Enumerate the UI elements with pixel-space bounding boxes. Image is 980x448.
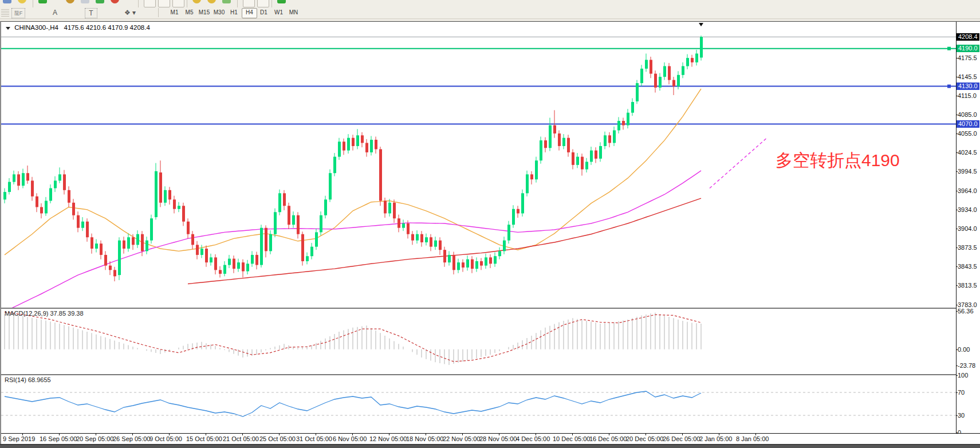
price-tick-label: 4175.5 xyxy=(958,54,977,61)
time-tick-label: 9 Oct 05:00 xyxy=(149,435,182,442)
price-axis[interactable]: 4175.54145.54115.04085.04055.04024.53994… xyxy=(956,22,980,433)
timeframe-button-m30[interactable]: M30 xyxy=(212,8,226,17)
toolbar-icon[interactable] xyxy=(96,0,104,3)
macd-tick-label: 56.36 xyxy=(958,308,974,315)
price-tick-label: 4055.0 xyxy=(958,130,977,137)
time-tick-mark xyxy=(719,434,719,435)
toolbar-icon[interactable] xyxy=(66,0,74,3)
macd-tick-label: -23.78 xyxy=(958,362,975,369)
time-tick-label: 2 Jan 05:00 xyxy=(699,435,733,442)
time-tick-label: 4 Dec 05:00 xyxy=(516,435,550,442)
macd-indicator-label: MACD(12,26,9) 37.85 39.38 xyxy=(5,310,84,317)
toolbar-icon[interactable] xyxy=(192,0,201,3)
price-tick-label: 3843.5 xyxy=(958,263,977,270)
timeframe-button-h1[interactable]: H1 xyxy=(227,8,241,17)
time-tick-mark xyxy=(682,434,683,435)
toolbar-icon[interactable] xyxy=(18,0,26,3)
toolbar-separator xyxy=(158,8,159,17)
time-tick-label: 20 Sep 05:00 xyxy=(76,435,113,442)
time-tick-mark xyxy=(536,434,536,435)
time-tick-label: 22 Nov 05:00 xyxy=(443,435,480,442)
time-axis[interactable]: 9 Sep 201916 Sep 05:0020 Sep 05:0026 Sep… xyxy=(1,433,980,445)
time-tick-mark xyxy=(59,434,60,435)
toolbar-separator xyxy=(187,0,187,7)
time-tick-label: 10 Dec 05:00 xyxy=(553,435,590,442)
time-tick-label: 31 Oct 05:00 xyxy=(296,435,332,442)
arrow-styles-icon[interactable]: ❖ ▾ xyxy=(121,8,139,17)
time-tick-label: 25 Oct 05:00 xyxy=(259,435,296,442)
toolbar-icon[interactable] xyxy=(172,0,184,7)
timeframe-button-m15[interactable]: M15 xyxy=(197,8,211,17)
time-tick-mark xyxy=(499,434,499,435)
tools-and-timeframe-toolbar: ⿓F A T ❖ ▾ M1M5M15M30H1H4D1W1MN xyxy=(0,7,980,19)
time-tick-label: 26 Sep 05:00 xyxy=(113,435,150,442)
toolbar-icon[interactable] xyxy=(81,0,89,3)
toolbar-icon[interactable] xyxy=(243,0,255,7)
timeframe-button-m1[interactable]: M1 xyxy=(167,8,182,17)
time-tick-mark xyxy=(22,434,23,435)
time-tick-mark xyxy=(169,434,170,435)
chart-shift-marker-icon[interactable] xyxy=(699,23,703,26)
price-badge: 4070.0 xyxy=(957,120,979,128)
time-tick-label: 18 Nov 05:00 xyxy=(406,435,443,442)
text-label-icon[interactable]: A xyxy=(49,8,61,17)
toolbar-icon[interactable] xyxy=(144,0,156,7)
timeframe-button-h4[interactable]: H4 xyxy=(242,8,257,18)
price-tick-label: 4024.5 xyxy=(958,149,977,156)
docked-window-edge xyxy=(0,444,980,448)
timeframe-button-mn[interactable]: MN xyxy=(286,8,301,17)
price-tick-label: 3964.0 xyxy=(958,187,977,194)
toolbar-separator xyxy=(138,0,139,7)
toolbar-icon[interactable] xyxy=(277,0,286,3)
time-tick-mark xyxy=(132,434,133,435)
timeframe-button-w1[interactable]: W1 xyxy=(271,8,286,17)
toolbar-drag-handle[interactable] xyxy=(1,9,9,17)
chart-annotation-text: 多空转折点4190 xyxy=(776,149,900,172)
price-tick-label: 4115.0 xyxy=(958,92,977,99)
toolbar-icon[interactable] xyxy=(257,0,269,7)
time-tick-label: 15 Oct 05:00 xyxy=(186,435,222,442)
timeframe-button-d1[interactable]: D1 xyxy=(257,8,271,17)
macd-tick-label: 0.00 xyxy=(958,346,970,353)
macd-indicator-pane[interactable] xyxy=(1,308,956,374)
rsi-indicator-pane[interactable] xyxy=(1,374,956,434)
mt4-application-window: ⿓F A T ❖ ▾ M1M5M15M30H1H4D1W1MN CHINA300… xyxy=(0,0,980,448)
price-tick-label: 4085.0 xyxy=(958,111,977,118)
time-tick-mark xyxy=(242,434,243,435)
time-tick-mark xyxy=(206,434,206,435)
toolbar-icon[interactable] xyxy=(158,0,170,7)
rsi-tick-label: 30 xyxy=(958,412,965,419)
price-badge: 4208.4 xyxy=(957,33,979,41)
toolbar-separator xyxy=(237,0,238,7)
toolbar-icon[interactable] xyxy=(207,0,216,3)
chart-window[interactable]: CHINA300-,H4 4175.6 4210.6 4170.9 4208.4… xyxy=(0,21,980,444)
time-tick-label: 6 Nov 05:00 xyxy=(333,435,367,442)
price-badge: 4190.0 xyxy=(957,45,979,52)
chart-title: CHINA300-,H4 4175.6 4210.6 4170.9 4208.4 xyxy=(6,24,150,31)
text-icon[interactable]: T xyxy=(85,8,97,18)
chart-symbol-label: CHINA300-,H4 xyxy=(14,24,58,31)
toolbar-icon[interactable] xyxy=(3,0,11,3)
time-tick-label: 21 Oct 05:00 xyxy=(223,435,259,442)
time-tick-label: 12 Nov 05:00 xyxy=(369,435,407,442)
price-tick-label: 3813.5 xyxy=(958,282,977,289)
rsi-tick-label: 70 xyxy=(958,389,965,396)
timeframe-button-m5[interactable]: M5 xyxy=(182,8,196,17)
toolbar-icon[interactable] xyxy=(222,0,231,3)
time-tick-label: 16 Dec 05:00 xyxy=(589,435,627,442)
price-tick-label: 4145.5 xyxy=(958,73,977,80)
time-tick-label: 9 Sep 2019 xyxy=(3,435,35,442)
toolbar-icon[interactable] xyxy=(38,0,47,3)
toolbar-separator xyxy=(33,0,33,7)
toolbar-icon[interactable] xyxy=(111,0,119,3)
price-tick-label: 3783.0 xyxy=(958,301,977,308)
time-tick-mark xyxy=(462,434,463,435)
time-tick-label: 26 Dec 05:00 xyxy=(663,435,700,442)
price-badge: 4130.0 xyxy=(957,82,979,90)
crosshair-grid-icon[interactable]: ⿓F xyxy=(11,8,25,18)
top-toolbar-clipped[interactable] xyxy=(0,0,980,8)
chevron-down-icon[interactable] xyxy=(6,27,10,30)
time-tick-mark xyxy=(279,434,280,435)
time-tick-label: 28 Nov 05:00 xyxy=(479,435,517,442)
time-tick-mark xyxy=(316,434,316,435)
